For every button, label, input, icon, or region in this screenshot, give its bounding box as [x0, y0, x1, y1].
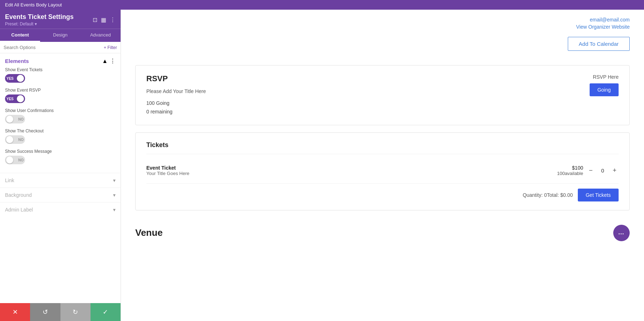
rsvp-going: 100 Going: [146, 99, 206, 108]
calendar-section: Add To Calendar: [135, 37, 630, 51]
top-bar-title: Edit All Events Body Layout: [5, 2, 62, 8]
tabs: Content Design Advanced: [0, 29, 121, 42]
qty-value: 0: [599, 167, 606, 174]
header-icons: ⊡ ▦ ⋮: [93, 16, 116, 23]
admin-label-chevron-icon: ▾: [113, 207, 116, 213]
show-checkout-label: Show The Checkout: [5, 128, 116, 133]
link-section-title: Link: [5, 177, 14, 183]
elements-title: Elements: [5, 58, 29, 64]
show-success-toggle[interactable]: NO: [5, 156, 25, 164]
show-user-confirmations-label: Show User Confirmations: [5, 108, 116, 113]
show-event-rsvp-label: Show Event RSVP: [5, 88, 116, 93]
tickets-title: Tickets: [146, 141, 619, 154]
toggle-knob-checkout: [6, 136, 13, 143]
resize-icon[interactable]: ⊡: [93, 16, 97, 23]
tab-advanced[interactable]: Advanced: [80, 29, 121, 42]
sidebar-title: Events Ticket Settings: [5, 13, 74, 21]
section-icons: ▲ ⋮: [102, 58, 116, 64]
background-section[interactable]: Background ▾: [0, 188, 121, 202]
chevron-up-icon: ▲: [102, 58, 108, 64]
toggle-on-label-rsvp: YES: [5, 97, 15, 101]
save-button[interactable]: ✓: [91, 303, 121, 321]
sidebar: Events Ticket Settings Preset: Default ▾…: [0, 10, 121, 321]
background-chevron-icon: ▾: [113, 192, 116, 198]
ticket-name: Event Ticket: [146, 165, 189, 171]
rsvp-remaining: 0 remaining: [146, 108, 206, 116]
show-event-rsvp-toggle-container: YES: [5, 94, 116, 103]
show-user-confirmations-row: Show User Confirmations NO: [5, 108, 116, 123]
show-success-toggle-container: NO: [5, 156, 116, 164]
rsvp-title: RSVP: [146, 74, 206, 83]
bottom-toolbar: ✕ ↺ ↻ ✓: [0, 303, 121, 321]
tickets-card: Tickets Event Ticket Your Title Goes Her…: [135, 132, 630, 210]
show-user-confirmations-toggle[interactable]: NO: [5, 115, 25, 123]
rsvp-right: RSVP Here Going: [590, 74, 619, 96]
rsvp-stats: 100 Going 0 remaining: [146, 99, 206, 116]
toggle-knob-confirm: [6, 116, 13, 123]
qty-increase-button[interactable]: +: [610, 166, 619, 175]
toggle-knob-rsvp: [17, 95, 24, 102]
search-input[interactable]: [4, 45, 102, 50]
top-bar: Edit All Events Body Layout: [0, 0, 644, 10]
sidebar-header-left: Events Ticket Settings Preset: Default ▾: [5, 13, 74, 26]
link-section[interactable]: Link ▾: [0, 173, 121, 188]
venue-more-button[interactable]: [613, 225, 630, 241]
admin-label-title: Admin Label: [5, 207, 33, 213]
show-user-confirmations-toggle-container: NO: [5, 115, 116, 123]
qty-decrease-button[interactable]: −: [587, 166, 595, 175]
columns-icon[interactable]: ▦: [101, 16, 106, 23]
ticket-subtitle: Your Title Goes Here: [146, 171, 189, 176]
main-content: email@email.com View Organizer Website A…: [121, 10, 644, 321]
section-more-icon[interactable]: ⋮: [110, 58, 116, 64]
show-event-rsvp-row: Show Event RSVP YES: [5, 88, 116, 103]
rsvp-left: RSVP Please Add Your Title Here 100 Goin…: [146, 74, 206, 116]
toggle-on-label: YES: [5, 77, 15, 81]
ticket-controls: $100 100available − 0 +: [557, 165, 619, 176]
toggle-knob: [17, 75, 24, 82]
qty-control: − 0 +: [587, 166, 619, 175]
show-event-tickets-toggle-container: YES: [5, 74, 116, 83]
show-checkout-toggle[interactable]: NO: [5, 135, 25, 144]
show-checkout-toggle-container: NO: [5, 135, 116, 144]
background-section-title: Background: [5, 192, 32, 198]
elements-section: Show Event Tickets YES Show Event RSVP Y…: [0, 67, 121, 173]
show-checkout-row: Show The Checkout NO: [5, 128, 116, 144]
venue-section: Venue: [135, 221, 630, 245]
show-success-label: Show Success Message: [5, 149, 116, 154]
tickets-footer: Quantity: 0Total: $0.00 Get Tickets: [146, 183, 619, 201]
organizer-email[interactable]: email@email.com: [135, 17, 630, 23]
sidebar-content: Elements ▲ ⋮ Show Event Tickets YES: [0, 53, 121, 303]
ticket-price: $100: [557, 165, 583, 171]
ticket-price-block: $100 100available: [557, 165, 583, 176]
filter-button[interactable]: + Filter: [104, 45, 117, 50]
show-event-tickets-toggle[interactable]: YES: [5, 74, 25, 83]
more-options-icon[interactable]: ⋮: [110, 16, 116, 23]
tab-content[interactable]: Content: [0, 29, 40, 42]
undo-button[interactable]: ↺: [30, 303, 60, 321]
quantity-label: Quantity: 0: [523, 192, 547, 198]
sidebar-preset[interactable]: Preset: Default ▾: [5, 21, 74, 26]
close-button[interactable]: ✕: [0, 303, 30, 321]
show-event-tickets-row: Show Event Tickets YES: [5, 67, 116, 83]
link-chevron-icon: ▾: [113, 177, 116, 183]
elements-section-header[interactable]: Elements ▲ ⋮: [0, 53, 121, 67]
toggle-off-label-success: NO: [17, 158, 25, 162]
going-button[interactable]: Going: [590, 83, 619, 96]
organizer-links: email@email.com View Organizer Website: [135, 17, 630, 30]
add-to-calendar-button[interactable]: Add To Calendar: [568, 37, 630, 51]
show-event-rsvp-toggle[interactable]: YES: [5, 94, 25, 103]
toggle-knob-success: [6, 156, 13, 164]
get-tickets-button[interactable]: Get Tickets: [578, 189, 619, 201]
organizer-website[interactable]: View Organizer Website: [135, 24, 630, 30]
quantity-total-text: Quantity: 0Total: $0.00: [523, 192, 573, 198]
toggle-off-label-confirm: NO: [17, 117, 25, 121]
ticket-available: 100available: [557, 171, 583, 176]
toggle-off-label-checkout: NO: [17, 138, 25, 142]
tab-design[interactable]: Design: [40, 29, 80, 42]
redo-button[interactable]: ↻: [60, 303, 91, 321]
sidebar-header: Events Ticket Settings Preset: Default ▾…: [0, 10, 121, 29]
admin-label-section[interactable]: Admin Label ▾: [0, 202, 121, 217]
rsvp-card: RSVP Please Add Your Title Here 100 Goin…: [135, 65, 630, 125]
ticket-info: Event Ticket Your Title Goes Here: [146, 165, 189, 176]
rsvp-here-label: RSVP Here: [590, 74, 619, 80]
